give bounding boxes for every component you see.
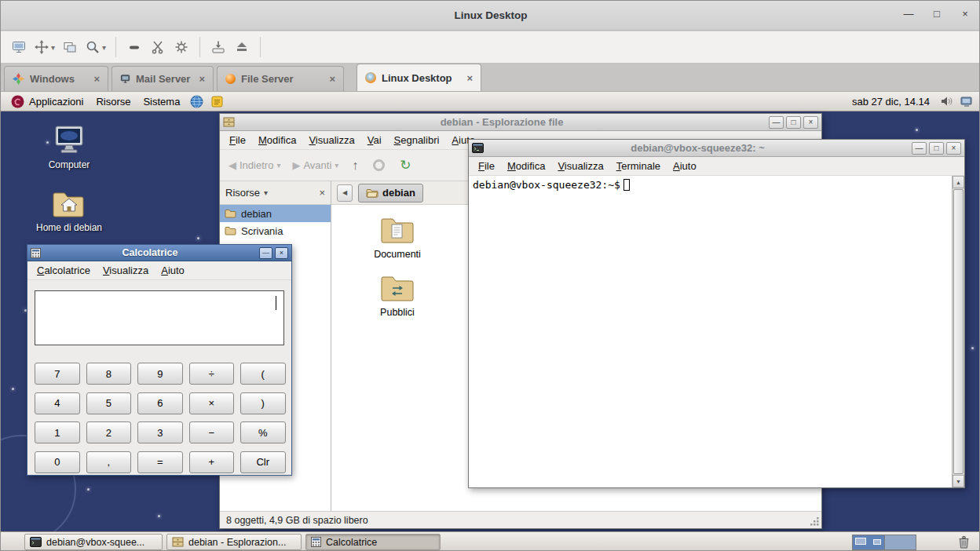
resize-grip[interactable] bbox=[810, 516, 820, 527]
key-open-paren[interactable]: ( bbox=[240, 363, 286, 385]
back-button[interactable]: ◀ Indietro ▾ bbox=[224, 156, 285, 174]
key-5[interactable]: 5 bbox=[86, 392, 132, 414]
chevron-down-icon[interactable]: ▾ bbox=[276, 161, 280, 170]
key-multiply[interactable]: × bbox=[189, 392, 235, 414]
app-maximize-button[interactable]: □ bbox=[931, 8, 943, 20]
refresh-button[interactable]: ↻ bbox=[393, 157, 417, 173]
tab-file-server[interactable]: File Server × bbox=[217, 66, 344, 91]
key-9[interactable]: 9 bbox=[137, 363, 183, 385]
minimize-button[interactable]: — bbox=[769, 116, 784, 129]
calculator-titlebar[interactable]: Calcolatrice — × bbox=[27, 245, 291, 261]
up-button[interactable]: ↑ bbox=[346, 157, 364, 174]
close-icon[interactable]: × bbox=[329, 73, 335, 85]
key-equals[interactable]: = bbox=[137, 451, 183, 473]
tab-mail-server[interactable]: Mail Server × bbox=[112, 66, 214, 91]
close-button[interactable]: × bbox=[275, 247, 288, 259]
sidebar-close-icon[interactable]: × bbox=[319, 187, 325, 199]
trash-applet[interactable] bbox=[958, 535, 970, 549]
tab-linux-desktop[interactable]: Linux Desktop × bbox=[357, 64, 481, 91]
tab-label[interactable]: Linux Desktop bbox=[382, 72, 458, 84]
chevron-down-icon[interactable]: ▾ bbox=[264, 188, 268, 197]
file-item-pubblici[interactable]: Pubblici bbox=[360, 274, 435, 318]
system-menu[interactable]: Sistema bbox=[137, 92, 186, 111]
path-scroll-left-button[interactable]: ◀ bbox=[337, 184, 353, 202]
key-7[interactable]: 7 bbox=[35, 363, 80, 385]
applications-menu[interactable]: Applicazioni bbox=[5, 92, 90, 111]
file-item-label[interactable]: Documenti bbox=[374, 249, 421, 260]
app-minimize-button[interactable]: — bbox=[902, 8, 915, 20]
terminal-screen[interactable]: debian@vbox-squeeze32:~$ ▲ ▼ bbox=[469, 176, 964, 487]
menu-calcolatrice[interactable]: Calcolatrice bbox=[31, 262, 97, 279]
key-0[interactable]: 0 bbox=[35, 451, 80, 473]
browser-launcher[interactable] bbox=[186, 92, 207, 111]
clone-view-button[interactable] bbox=[58, 35, 82, 60]
taskbar-button-calculator[interactable]: Calcolatrice bbox=[305, 534, 441, 550]
vm-settings-button[interactable] bbox=[170, 35, 193, 60]
close-button[interactable]: × bbox=[803, 116, 818, 129]
tab-label[interactable]: Windows bbox=[30, 73, 85, 85]
close-icon[interactable]: × bbox=[199, 73, 205, 85]
taskbar-button-label[interactable]: debian - Esplorazion... bbox=[188, 537, 286, 548]
close-icon[interactable]: × bbox=[93, 73, 100, 85]
workspace-2[interactable] bbox=[884, 535, 916, 549]
volume-applet[interactable] bbox=[936, 92, 956, 111]
menu-visualizza[interactable]: Visualizza bbox=[97, 262, 155, 279]
sidebar-item-scrivania[interactable]: Scrivania bbox=[220, 222, 331, 239]
desktop-icon-computer[interactable]: Computer bbox=[26, 126, 112, 170]
taskbar-button-file-manager[interactable]: debian - Esplorazion... bbox=[166, 534, 302, 550]
taskbar-button-terminal[interactable]: debian@vbox-squee... bbox=[24, 534, 163, 550]
desktop-icon-home[interactable]: Home di debian bbox=[26, 188, 112, 233]
key-3[interactable]: 3 bbox=[137, 421, 183, 443]
menu-segnalibri[interactable]: Segnalibri bbox=[388, 132, 446, 148]
calculator-icon[interactable] bbox=[31, 248, 41, 258]
path-button-label[interactable]: debian bbox=[382, 187, 415, 199]
fm-titlebar[interactable]: debian - Esplorazione file — □ × bbox=[220, 114, 821, 131]
key-decimal[interactable]: , bbox=[86, 451, 132, 473]
taskbar-button-label[interactable]: Calcolatrice bbox=[326, 537, 377, 548]
tab-label[interactable]: File Server bbox=[241, 73, 320, 85]
menu-label[interactable]: Sistema bbox=[143, 96, 180, 108]
key-clear[interactable]: Clr bbox=[240, 451, 286, 473]
snapshot-button[interactable] bbox=[122, 35, 146, 60]
app-close-button[interactable]: × bbox=[959, 8, 971, 20]
notes-launcher[interactable] bbox=[207, 92, 227, 111]
file-item-label[interactable]: Pubblici bbox=[380, 307, 415, 318]
scrollbar-thumb[interactable] bbox=[953, 189, 964, 474]
tab-label[interactable]: Mail Server bbox=[136, 73, 190, 85]
zoom-button[interactable]: ▾ bbox=[82, 35, 109, 60]
minimize-button[interactable]: — bbox=[912, 142, 927, 155]
key-subtract[interactable]: − bbox=[189, 421, 235, 443]
menu-visualizza[interactable]: Visualizza bbox=[302, 132, 360, 148]
send-key-button[interactable] bbox=[207, 35, 230, 60]
maximize-button[interactable]: □ bbox=[929, 142, 944, 155]
input-grab-button[interactable]: ▾ bbox=[31, 35, 58, 60]
key-4[interactable]: 4 bbox=[35, 392, 80, 414]
calculator-display[interactable] bbox=[35, 290, 284, 345]
key-percent[interactable]: % bbox=[240, 421, 286, 443]
clock-applet[interactable]: sab 27 dic, 14.14 bbox=[846, 96, 936, 108]
chevron-down-icon[interactable]: ▾ bbox=[335, 161, 338, 170]
eject-media-button[interactable] bbox=[230, 35, 254, 60]
menu-file[interactable]: File bbox=[472, 158, 501, 174]
workspace-1[interactable] bbox=[853, 535, 884, 549]
menu-label[interactable]: Applicazioni bbox=[29, 96, 83, 108]
key-2[interactable]: 2 bbox=[86, 421, 132, 443]
menu-vai[interactable]: Vai bbox=[361, 132, 388, 148]
menu-aiuto[interactable]: Aiuto bbox=[155, 262, 191, 279]
console-view-button[interactable] bbox=[7, 35, 31, 60]
path-button-debian[interactable]: debian bbox=[358, 184, 423, 203]
terminal-titlebar[interactable]: debian@vbox-squeeze32: ~ — □ × bbox=[469, 140, 964, 157]
taskbar-button-label[interactable]: debian@vbox-squee... bbox=[46, 537, 144, 548]
cut-button[interactable] bbox=[146, 35, 170, 60]
minimize-button[interactable]: — bbox=[259, 247, 272, 259]
sidebar-item-label[interactable]: Scrivania bbox=[241, 225, 283, 237]
menu-modifica[interactable]: Modifica bbox=[252, 132, 302, 148]
key-1[interactable]: 1 bbox=[35, 421, 80, 443]
scroll-up-button[interactable]: ▲ bbox=[953, 176, 964, 188]
chevron-down-icon[interactable]: ▾ bbox=[102, 43, 106, 52]
tab-windows[interactable]: Windows × bbox=[4, 66, 108, 91]
key-6[interactable]: 6 bbox=[137, 392, 183, 414]
chevron-down-icon[interactable]: ▾ bbox=[51, 43, 55, 52]
sidebar-item-label[interactable]: debian bbox=[241, 208, 272, 220]
key-close-paren[interactable]: ) bbox=[240, 392, 286, 414]
